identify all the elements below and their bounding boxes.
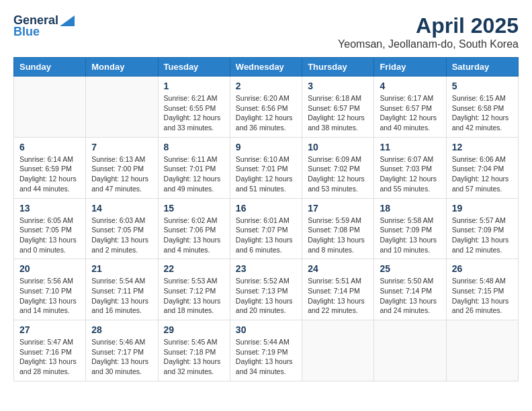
calendar-cell: 4Sunrise: 6:17 AM Sunset: 6:57 PM Daylig… (374, 77, 446, 138)
day-info: Sunrise: 5:45 AM Sunset: 7:18 PM Dayligh… (164, 337, 224, 377)
location-title: Yeomsan, Jeollanam-do, South Korea (338, 38, 519, 50)
day-info: Sunrise: 6:15 AM Sunset: 6:58 PM Dayligh… (452, 93, 513, 133)
month-title: April 2025 (338, 13, 519, 38)
day-info: Sunrise: 5:56 AM Sunset: 7:10 PM Dayligh… (19, 276, 80, 316)
day-number: 26 (452, 263, 513, 274)
day-info: Sunrise: 6:10 AM Sunset: 7:01 PM Dayligh… (236, 154, 296, 194)
calendar-cell: 23Sunrise: 5:52 AM Sunset: 7:13 PM Dayli… (230, 259, 302, 320)
week-row-2: 6Sunrise: 6:14 AM Sunset: 6:59 PM Daylig… (14, 137, 519, 198)
calendar-header-row: SundayMondayTuesdayWednesdayThursdayFrid… (14, 58, 519, 77)
day-info: Sunrise: 6:01 AM Sunset: 7:07 PM Dayligh… (236, 216, 296, 255)
day-info: Sunrise: 6:06 AM Sunset: 7:04 PM Dayligh… (452, 154, 513, 194)
day-info: Sunrise: 6:14 AM Sunset: 6:59 PM Dayligh… (19, 154, 80, 194)
calendar-cell: 7Sunrise: 6:13 AM Sunset: 7:00 PM Daylig… (86, 137, 158, 198)
day-number: 6 (19, 142, 80, 152)
calendar-cell: 29Sunrise: 5:45 AM Sunset: 7:18 PM Dayli… (158, 320, 230, 381)
day-number: 10 (308, 142, 368, 152)
calendar-header-saturday: Saturday (446, 58, 518, 77)
calendar-cell: 6Sunrise: 6:14 AM Sunset: 6:59 PM Daylig… (14, 137, 86, 198)
day-number: 3 (308, 81, 368, 91)
day-number: 25 (380, 263, 440, 274)
day-number: 15 (164, 203, 224, 214)
calendar-header-thursday: Thursday (302, 58, 374, 77)
logo: General Blue (13, 13, 75, 39)
day-number: 11 (380, 142, 440, 152)
day-info: Sunrise: 5:44 AM Sunset: 7:19 PM Dayligh… (236, 337, 296, 377)
day-info: Sunrise: 6:11 AM Sunset: 7:01 PM Dayligh… (164, 154, 224, 194)
day-number: 20 (19, 263, 80, 274)
day-number: 24 (308, 263, 368, 274)
calendar-cell: 15Sunrise: 6:02 AM Sunset: 7:06 PM Dayli… (158, 198, 230, 259)
day-info: Sunrise: 5:57 AM Sunset: 7:09 PM Dayligh… (452, 216, 513, 255)
day-number: 8 (164, 142, 224, 152)
day-info: Sunrise: 6:20 AM Sunset: 6:56 PM Dayligh… (236, 93, 296, 133)
day-number: 29 (164, 324, 224, 335)
header: General Blue April 2025 Yeomsan, Jeollan… (13, 13, 519, 50)
calendar-cell: 13Sunrise: 6:05 AM Sunset: 7:05 PM Dayli… (14, 198, 86, 259)
week-row-4: 20Sunrise: 5:56 AM Sunset: 7:10 PM Dayli… (14, 259, 519, 320)
calendar-cell: 2Sunrise: 6:20 AM Sunset: 6:56 PM Daylig… (230, 77, 302, 138)
day-number: 2 (236, 81, 296, 91)
day-info: Sunrise: 6:05 AM Sunset: 7:05 PM Dayligh… (19, 216, 80, 255)
day-number: 4 (380, 81, 440, 91)
day-number: 5 (452, 81, 513, 91)
day-info: Sunrise: 5:48 AM Sunset: 7:15 PM Dayligh… (452, 276, 513, 316)
calendar-cell: 5Sunrise: 6:15 AM Sunset: 6:58 PM Daylig… (446, 77, 518, 138)
calendar-cell: 10Sunrise: 6:09 AM Sunset: 7:02 PM Dayli… (302, 137, 374, 198)
day-info: Sunrise: 5:46 AM Sunset: 7:17 PM Dayligh… (91, 337, 152, 377)
calendar-cell: 9Sunrise: 6:10 AM Sunset: 7:01 PM Daylig… (230, 137, 302, 198)
calendar-header-wednesday: Wednesday (230, 58, 302, 77)
day-number: 19 (452, 203, 513, 214)
calendar-cell: 28Sunrise: 5:46 AM Sunset: 7:17 PM Dayli… (86, 320, 158, 381)
calendar-cell: 17Sunrise: 5:59 AM Sunset: 7:08 PM Dayli… (302, 198, 374, 259)
calendar-cell: 16Sunrise: 6:01 AM Sunset: 7:07 PM Dayli… (230, 198, 302, 259)
day-info: Sunrise: 5:58 AM Sunset: 7:09 PM Dayligh… (380, 216, 440, 255)
calendar-cell: 11Sunrise: 6:07 AM Sunset: 7:03 PM Dayli… (374, 137, 446, 198)
calendar-header-monday: Monday (86, 58, 158, 77)
day-info: Sunrise: 6:17 AM Sunset: 6:57 PM Dayligh… (380, 93, 440, 133)
calendar-cell: 21Sunrise: 5:54 AM Sunset: 7:11 PM Dayli… (86, 259, 158, 320)
week-row-1: 1Sunrise: 6:21 AM Sunset: 6:55 PM Daylig… (14, 77, 519, 138)
title-area: April 2025 Yeomsan, Jeollanam-do, South … (338, 13, 519, 50)
day-info: Sunrise: 6:03 AM Sunset: 7:05 PM Dayligh… (91, 216, 152, 255)
day-number: 21 (91, 263, 152, 274)
day-number: 22 (164, 263, 224, 274)
day-number: 1 (164, 81, 224, 91)
calendar-cell (446, 320, 518, 381)
calendar-table: SundayMondayTuesdayWednesdayThursdayFrid… (13, 57, 519, 381)
day-number: 12 (452, 142, 513, 152)
logo-blue: Blue (13, 25, 40, 39)
logo-icon (60, 15, 75, 26)
calendar-cell (374, 320, 446, 381)
calendar-cell: 18Sunrise: 5:58 AM Sunset: 7:09 PM Dayli… (374, 198, 446, 259)
calendar-cell: 22Sunrise: 5:53 AM Sunset: 7:12 PM Dayli… (158, 259, 230, 320)
day-info: Sunrise: 5:59 AM Sunset: 7:08 PM Dayligh… (308, 216, 368, 255)
day-info: Sunrise: 5:52 AM Sunset: 7:13 PM Dayligh… (236, 276, 296, 316)
calendar-header-friday: Friday (374, 58, 446, 77)
day-info: Sunrise: 6:13 AM Sunset: 7:00 PM Dayligh… (91, 154, 152, 194)
day-info: Sunrise: 5:47 AM Sunset: 7:16 PM Dayligh… (19, 337, 80, 377)
calendar-cell (14, 77, 86, 138)
calendar-header-sunday: Sunday (14, 58, 86, 77)
day-number: 17 (308, 203, 368, 214)
day-info: Sunrise: 6:09 AM Sunset: 7:02 PM Dayligh… (308, 154, 368, 194)
calendar-cell: 3Sunrise: 6:18 AM Sunset: 6:57 PM Daylig… (302, 77, 374, 138)
calendar-cell: 26Sunrise: 5:48 AM Sunset: 7:15 PM Dayli… (446, 259, 518, 320)
day-number: 27 (19, 324, 80, 335)
calendar-cell (302, 320, 374, 381)
day-number: 13 (19, 203, 80, 214)
calendar-cell: 12Sunrise: 6:06 AM Sunset: 7:04 PM Dayli… (446, 137, 518, 198)
calendar-cell: 8Sunrise: 6:11 AM Sunset: 7:01 PM Daylig… (158, 137, 230, 198)
day-info: Sunrise: 5:53 AM Sunset: 7:12 PM Dayligh… (164, 276, 224, 316)
day-info: Sunrise: 6:02 AM Sunset: 7:06 PM Dayligh… (164, 216, 224, 255)
calendar-cell: 1Sunrise: 6:21 AM Sunset: 6:55 PM Daylig… (158, 77, 230, 138)
day-info: Sunrise: 5:50 AM Sunset: 7:14 PM Dayligh… (380, 276, 440, 316)
calendar-cell: 30Sunrise: 5:44 AM Sunset: 7:19 PM Dayli… (230, 320, 302, 381)
day-info: Sunrise: 6:07 AM Sunset: 7:03 PM Dayligh… (380, 154, 440, 194)
calendar-cell: 14Sunrise: 6:03 AM Sunset: 7:05 PM Dayli… (86, 198, 158, 259)
day-info: Sunrise: 6:21 AM Sunset: 6:55 PM Dayligh… (164, 93, 224, 133)
day-info: Sunrise: 5:54 AM Sunset: 7:11 PM Dayligh… (91, 276, 152, 316)
day-number: 16 (236, 203, 296, 214)
day-number: 14 (91, 203, 152, 214)
svg-marker-0 (60, 15, 75, 26)
